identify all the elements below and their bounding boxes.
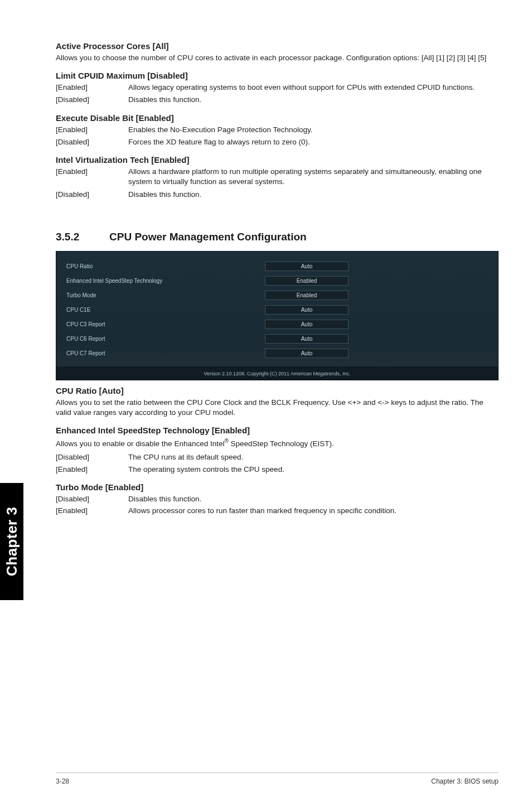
def-val: Allows processor cores to run faster tha… [128, 506, 499, 516]
def-row: [Disabled] Disables this function. [56, 95, 499, 105]
def-row: [Enabled] Enables the No-Execution Page … [56, 125, 499, 135]
def-key: [Disabled] [56, 494, 128, 504]
section-title: CPU Power Management Configuration [109, 231, 307, 243]
bios-row: Turbo Mode Enabled [66, 288, 488, 303]
def-row: [Disabled] Disables this function. [56, 494, 499, 504]
heading-execute-disable-bit: Execute Disable Bit [Enabled] [56, 113, 499, 123]
def-val: Enables the No-Execution Page Protection… [128, 125, 499, 135]
bios-row: CPU C3 Report Auto [66, 317, 488, 332]
section-heading-cpu-power-management: 3.5.2CPU Power Management Configuration [56, 231, 499, 243]
bios-label: Enhanced Intel SpeedStep Technology [66, 278, 265, 284]
def-val: The operating system controls the CPU sp… [128, 465, 499, 475]
def-key: [Disabled] [56, 190, 128, 200]
chapter-side-tab: Chapter 3 [0, 483, 23, 600]
def-key: [Disabled] [56, 452, 128, 462]
def-key: [Enabled] [56, 506, 128, 516]
section-number: 3.5.2 [56, 231, 109, 243]
heading-limit-cpuid-maximum: Limit CPUID Maximum [Disabled] [56, 71, 499, 80]
bios-value[interactable]: Auto [265, 320, 349, 329]
paragraph-active-processor-cores: Allows you to choose the number of CPU c… [56, 53, 499, 63]
bios-value[interactable]: Enabled [265, 291, 349, 300]
bios-label: CPU Ratio [66, 263, 265, 269]
def-row: [Disabled] Disables this function. [56, 190, 499, 200]
bios-value[interactable]: Auto [265, 262, 349, 271]
def-row: [Disabled] The CPU runs at its default s… [56, 452, 499, 462]
bios-value[interactable]: Enabled [265, 276, 349, 286]
heading-enhanced-speedstep: Enhanced Intel SpeedStep Technology [Ena… [56, 426, 499, 435]
heading-active-processor-cores: Active Processor Cores [All] [56, 41, 499, 51]
def-key: [Enabled] [56, 83, 128, 93]
def-row: [Enabled] Allows legacy operating system… [56, 83, 499, 93]
page-number: 3-28 [56, 777, 69, 785]
def-key: [Enabled] [56, 167, 128, 187]
def-val: Forces the XD feature flag to always ret… [128, 137, 499, 147]
paragraph-enhanced-speedstep: Allows you to enable or disable the Enha… [56, 437, 499, 449]
def-key: [Disabled] [56, 137, 128, 147]
def-key: [Enabled] [56, 465, 128, 475]
def-val: Disables this function. [128, 190, 499, 200]
bios-row: CPU C7 Report Auto [66, 346, 488, 361]
bios-row: CPU C6 Report Auto [66, 332, 488, 346]
heading-intel-virtualization-tech: Intel Virtualization Tech [Enabled] [56, 155, 499, 165]
def-row: [Enabled] Allows processor cores to run … [56, 506, 499, 516]
bios-label: CPU C1E [66, 307, 265, 313]
text-part: SpeedStep Technology (EIST). [229, 439, 334, 448]
def-row: [Enabled] Allows a hardware platform to … [56, 167, 499, 187]
bios-label: Turbo Mode [66, 292, 265, 298]
bios-label: CPU C7 Report [66, 350, 265, 356]
def-key: [Disabled] [56, 95, 128, 105]
paragraph-cpu-ratio: Allows you to set the ratio between the … [56, 398, 499, 418]
text-part: Allows you to enable or disable the Enha… [56, 439, 224, 448]
registered-symbol: ® [224, 438, 228, 444]
def-val: Disables this function. [128, 494, 499, 504]
def-val: Allows legacy operating systems to boot … [128, 83, 499, 93]
def-val: The CPU runs at its default speed. [128, 452, 499, 462]
bios-settings-panel: CPU Ratio Auto Enhanced Intel SpeedStep … [56, 251, 499, 380]
bios-value[interactable]: Auto [265, 305, 349, 315]
def-val: Disables this function. [128, 95, 499, 105]
def-val: Allows a hardware platform to run multip… [128, 167, 499, 187]
def-key: [Enabled] [56, 125, 128, 135]
heading-turbo-mode: Turbo Mode [Enabled] [56, 482, 499, 492]
bios-row: CPU Ratio Auto [66, 259, 488, 274]
bios-value[interactable]: Auto [265, 334, 349, 344]
bios-value[interactable]: Auto [265, 349, 349, 358]
page-footer: 3-28 Chapter 3: BIOS setup [56, 772, 499, 785]
bios-row: CPU C1E Auto [66, 303, 488, 317]
heading-cpu-ratio: CPU Ratio [Auto] [56, 386, 499, 395]
bios-label: CPU C6 Report [66, 336, 265, 342]
chapter-label: Chapter 3: BIOS setup [431, 777, 499, 785]
def-row: [Enabled] The operating system controls … [56, 465, 499, 475]
bios-label: CPU C3 Report [66, 321, 265, 327]
bios-footer-version: Version 2.10.1208. Copyright (C) 2011 Am… [56, 366, 498, 380]
bios-row: Enhanced Intel SpeedStep Technology Enab… [66, 274, 488, 288]
def-row: [Disabled] Forces the XD feature flag to… [56, 137, 499, 147]
